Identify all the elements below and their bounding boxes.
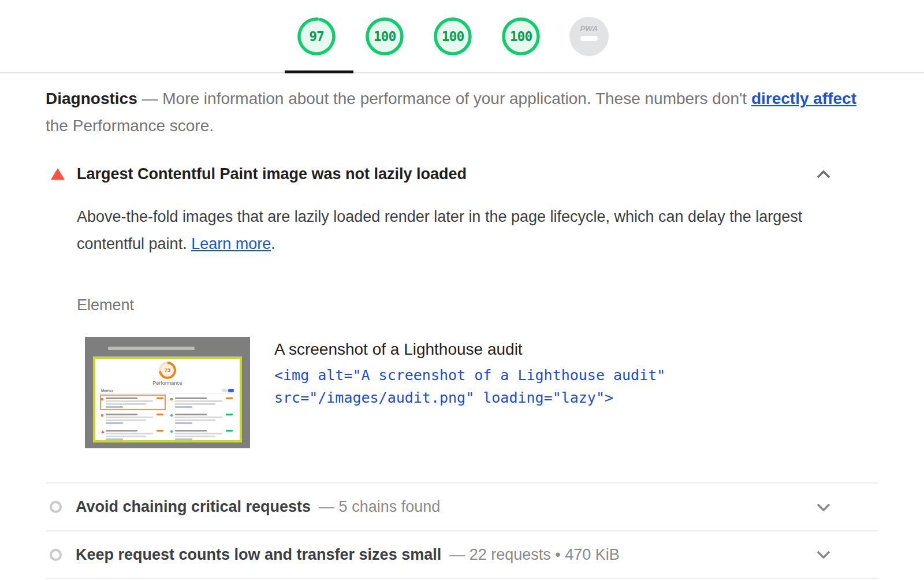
element-node-details: A screenshot of a Lighthouse audit <img …: [274, 337, 707, 448]
element-alt-text: A screenshot of a Lighthouse audit: [274, 340, 707, 359]
lcp-audit-header[interactable]: Largest Contentful Paint image was not l…: [46, 163, 878, 184]
lighthouse-report: 97 100 100 100 PWA Diagnostics — More in…: [0, 0, 924, 580]
directly-affect-link[interactable]: directly affect: [751, 90, 856, 107]
lcp-audit-title: Largest Contentful Paint image was not l…: [77, 165, 467, 183]
thumbnail-metric-grid: [101, 396, 234, 441]
thumbnail-metrics-label: Metrics: [101, 389, 113, 392]
score-gauge-seo[interactable]: 100: [501, 17, 541, 56]
score-value: 100: [365, 17, 404, 56]
thumbnail-performance-label: Performance: [95, 380, 240, 386]
score-value: 97: [297, 17, 336, 56]
audit-detail: — 22 requests • 470 KiB: [449, 546, 620, 564]
audit-row-request-counts[interactable]: Keep request counts low and transfer siz…: [46, 531, 878, 578]
thumbnail-score-value: 73: [161, 364, 174, 377]
lcp-audit-description: Above-the-fold images that are lazily lo…: [77, 203, 848, 258]
thumbnail-metric-item: [101, 396, 165, 409]
thumbnail-metric-item: [170, 396, 234, 409]
diagnostics-text-post: the Performance score.: [46, 117, 214, 135]
audit-title: Keep request counts low and transfer siz…: [76, 546, 441, 564]
diagnostics-text-pre: — More information about the performance…: [141, 90, 747, 107]
active-tab-underline: [285, 70, 353, 73]
score-gauge-performance[interactable]: 97: [297, 17, 336, 56]
element-thumbnail-image: 73 Performance Metrics: [85, 337, 250, 448]
period-text: .: [271, 235, 275, 252]
lcp-description-text: Above-the-fold images that are lazily lo…: [77, 208, 802, 252]
score-gauge-best-practices[interactable]: 100: [433, 17, 472, 56]
audit-status-circle-icon: [50, 501, 62, 513]
thumbnail-metric-item: [170, 412, 234, 425]
pwa-badge[interactable]: PWA: [569, 17, 609, 56]
chevron-down-icon[interactable]: [816, 549, 831, 560]
thumbnail-caption-placeholder: [108, 347, 195, 350]
audit-row-critical-requests[interactable]: Avoid chaining critical requests — 5 cha…: [46, 484, 878, 530]
pwa-logo-icon: PWA: [569, 24, 609, 33]
diagnostics-summary: Diagnostics — More information about the…: [46, 85, 866, 139]
audit-detail: — 5 chains found: [319, 498, 440, 516]
warning-triangle-icon: [51, 168, 65, 180]
thumbnail-toggle-icon: [222, 389, 234, 392]
learn-more-link[interactable]: Learn more: [191, 235, 271, 252]
audit-title: Avoid chaining critical requests: [76, 498, 311, 516]
lcp-element-row: 73 Performance Metrics: [85, 337, 707, 448]
header-divider: [0, 72, 924, 73]
element-column-header: Element: [77, 296, 134, 314]
audit-status-circle-icon: [50, 549, 62, 561]
diagnostics-heading: Diagnostics: [46, 90, 137, 107]
score-gauge-accessibility[interactable]: 100: [365, 17, 404, 56]
thumbnail-metric-item: [170, 428, 234, 441]
chevron-up-icon[interactable]: [816, 169, 831, 180]
element-code-snippet: <img alt="A screenshot of a Lighthouse a…: [274, 364, 707, 409]
score-value: 100: [501, 17, 541, 56]
thumbnail-audit-card: 73 Performance Metrics: [93, 356, 242, 443]
chevron-down-icon[interactable]: [816, 502, 831, 512]
thumbnail-metrics-header: Metrics: [101, 389, 234, 394]
pwa-dash-icon: [580, 36, 598, 41]
audit-divider: [46, 578, 878, 579]
thumbnail-score-gauge: 73: [159, 362, 176, 379]
thumbnail-metric-item: [101, 428, 165, 441]
score-value: 100: [433, 17, 472, 56]
thumbnail-metric-item: [101, 412, 165, 425]
